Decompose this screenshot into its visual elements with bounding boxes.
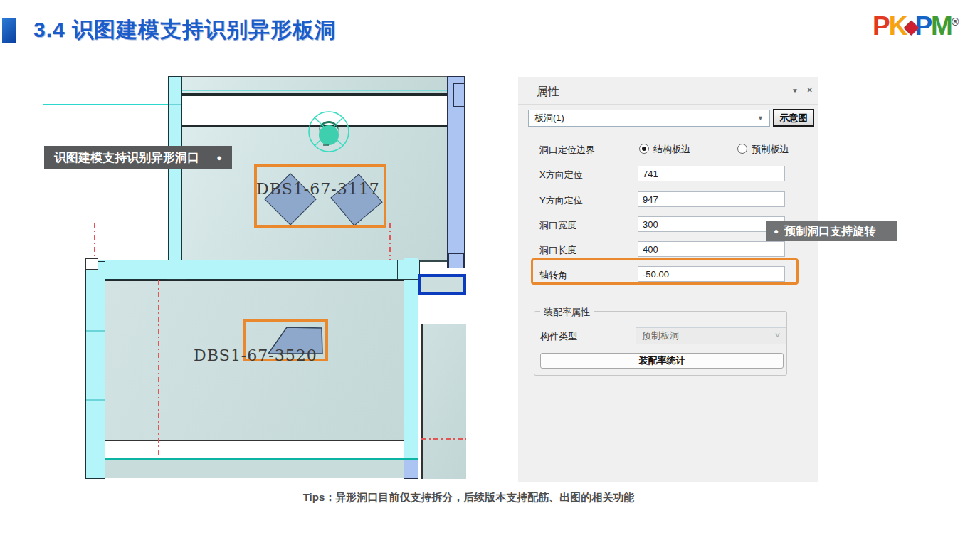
bullet-icon: ●	[216, 152, 222, 163]
teal-beam-line	[105, 458, 418, 460]
slab-edge-line	[182, 90, 447, 91]
field-label-length: 洞口长度	[539, 244, 576, 257]
radio-label[interactable]: 结构板边	[653, 144, 690, 154]
input-y-position[interactable]	[638, 191, 785, 207]
input-hole-length[interactable]	[638, 241, 785, 257]
middle-wall-band	[95, 260, 420, 280]
panel-close-icon[interactable]: ×	[806, 84, 813, 97]
logo-letter: P	[915, 11, 931, 41]
properties-panel: 属性 ▼ × 板洞(1) ▼ 示意图 洞口定位边界 结构板边 预制板边 X方向定…	[518, 77, 818, 482]
logo-letter: M	[931, 11, 952, 41]
callout-right: ● 预制洞口支持旋转	[766, 221, 897, 241]
assembly-stats-button[interactable]: 装配率统计	[540, 353, 784, 369]
field-label-y: Y方向定位	[539, 194, 583, 207]
selected-wall-outline	[418, 274, 466, 295]
component-type-dropdown[interactable]: 预制板洞 ˅	[636, 327, 786, 344]
tips-note: Tips：异形洞口目前仅支持拆分，后续版本支持配筋、出图的相关功能	[0, 491, 959, 504]
column-blue-top	[448, 253, 464, 268]
wall-joint	[169, 104, 181, 105]
dropdown-chevron-icon: ˅	[775, 331, 780, 341]
field-label-boundary: 洞口定位边界	[539, 144, 595, 157]
panel-title: 属性	[537, 85, 559, 100]
field-label-component-type: 构件类型	[540, 330, 577, 343]
left-wall-lower	[85, 261, 105, 479]
panel-collapse-icon[interactable]: ▼	[791, 87, 799, 95]
axis-teal-line	[43, 104, 168, 105]
axis-line-red-h	[421, 438, 466, 440]
logo-diamond-icon: ◆	[904, 16, 917, 38]
column-blue-bottom	[404, 459, 418, 479]
right-wall-lower	[404, 258, 418, 459]
wall-notch	[453, 83, 465, 107]
callout-right-text: 预制洞口支持旋转	[784, 224, 875, 239]
logo-letter: P	[873, 11, 889, 41]
pkpm-logo: PK◆PM®	[873, 11, 959, 41]
registered-mark: ®	[952, 16, 959, 28]
input-x-position[interactable]	[638, 166, 785, 181]
right-slab	[421, 324, 466, 479]
field-label-width: 洞口宽度	[539, 219, 576, 232]
assembly-stats-button-label: 装配率统计	[639, 354, 685, 367]
combobox-caret-icon: ▼	[757, 115, 764, 122]
radio-label[interactable]: 预制板边	[752, 144, 789, 154]
column-square	[85, 258, 98, 270]
angle-highlight-box	[531, 258, 799, 285]
field-label-x: X方向定位	[539, 169, 583, 181]
callout-left: 识图建模支持识别异形洞口 ●	[44, 146, 232, 169]
group-legend: 装配率属性	[540, 306, 594, 319]
axis-line-red	[158, 280, 159, 455]
schematic-button-label: 示意图	[780, 112, 808, 125]
left-wall-upper	[168, 76, 182, 262]
input-hole-width[interactable]	[638, 216, 785, 232]
radio-group-boundary: 结构板边 预制板边	[639, 142, 789, 156]
bottom-slab-strip	[105, 460, 404, 478]
element-type-combobox[interactable]: 板洞(1) ▼	[528, 110, 770, 127]
axis-line-red	[94, 223, 95, 258]
wall-joint	[86, 399, 105, 401]
column-square	[397, 260, 418, 280]
callout-left-text: 识图建模支持识别异形洞口	[54, 149, 199, 166]
cad-view: DBS1-67-3117 DBS1-67-3520	[0, 68, 470, 482]
combobox-value: 板洞(1)	[534, 112, 564, 125]
schematic-button[interactable]: 示意图	[773, 109, 814, 127]
bullet-icon: ●	[774, 226, 779, 236]
top-slab	[182, 76, 447, 96]
assembly-rate-group: 装配率属性 构件类型 预制板洞 ˅ 装配率统计	[534, 311, 787, 376]
wall-joint	[86, 330, 105, 332]
hole-label-2: DBS1-67-3520	[194, 347, 317, 364]
title-accent-square	[2, 18, 16, 43]
dropdown-value: 预制板洞	[642, 329, 679, 342]
rotation-target-icon	[297, 101, 362, 166]
radio-structural-edge[interactable]	[639, 144, 649, 154]
page-title: 3.4 识图建模支持识别异形板洞	[33, 16, 337, 45]
hole-label-1: DBS1-67-3117	[256, 180, 380, 198]
bottom-opening	[105, 440, 404, 458]
panel-divider	[518, 104, 818, 105]
column-square	[167, 260, 186, 280]
radio-precast-edge[interactable]	[737, 144, 747, 154]
